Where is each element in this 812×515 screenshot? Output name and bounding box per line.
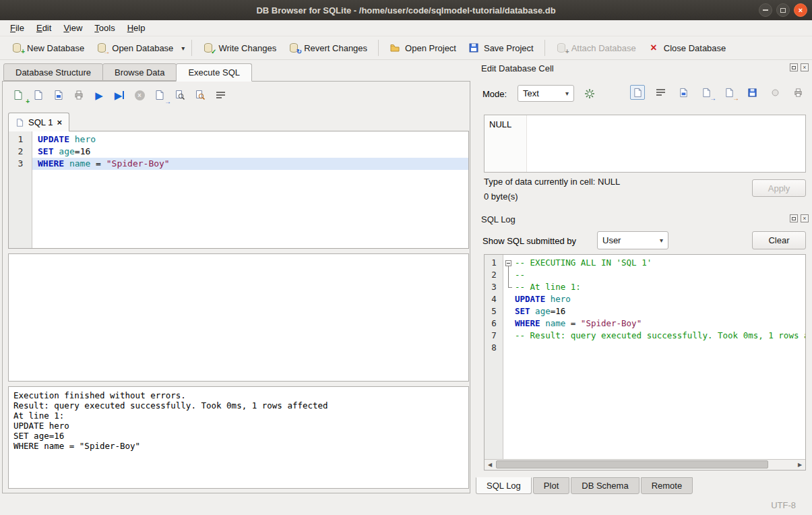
sql-tab-label: SQL 1 [28, 117, 53, 127]
save-sql-file-button[interactable] [50, 87, 67, 103]
close-button[interactable]: × [794, 3, 807, 17]
export-arrow-glyph: → [164, 98, 171, 105]
float-panel-button[interactable] [790, 214, 798, 222]
menu-view[interactable]: View [57, 22, 88, 34]
float-panel-button[interactable] [790, 63, 798, 71]
sql-tab[interactable]: SQL 1 × [8, 113, 69, 131]
dock-tab-sql-log[interactable]: SQL Log [476, 477, 532, 494]
scrollbar-track[interactable] [495, 460, 794, 470]
print-sql-button[interactable] [70, 87, 88, 103]
output-line: SET age=16 [13, 431, 464, 441]
sql-log-view[interactable]: 1-- EXECUTING ALL IN 'SQL 1'2--3-- At li… [485, 255, 805, 459]
code-line: 5SET age=16 [485, 305, 805, 317]
results-grid[interactable] [8, 253, 469, 382]
close-panel-button[interactable]: × [801, 214, 809, 222]
open-arrow-glyph: → [103, 49, 110, 55]
revert-changes-icon: ↻ [288, 42, 299, 53]
output-line: Execution finished without errors. [13, 390, 464, 400]
tab-browse-data[interactable]: Browse Data [102, 63, 177, 81]
open-project-button[interactable]: Open Project [383, 39, 462, 57]
dock-tab-plot[interactable]: Plot [533, 477, 569, 494]
window-title: DB Browser for SQLite - /home/user/code/… [256, 5, 555, 16]
close-icon: × [803, 65, 806, 71]
find-button[interactable] [171, 87, 189, 103]
tab-execute-sql[interactable]: Execute SQL [176, 63, 252, 82]
new-database-button[interactable]: + New Database [5, 39, 90, 57]
fold-marker-icon[interactable] [505, 260, 511, 266]
word-wrap-button[interactable] [212, 87, 229, 103]
clear-log-button[interactable]: Clear [752, 231, 806, 249]
attach-database-icon: + [556, 42, 567, 53]
cell-editor-toolbar: → → [630, 85, 805, 100]
output-line: At line 1: [13, 411, 464, 421]
scrollbar-thumb[interactable] [496, 460, 768, 468]
menu-tools[interactable]: Tools [88, 22, 121, 34]
minimize-button[interactable] [759, 3, 772, 17]
close-panel-button[interactable]: × [801, 63, 809, 71]
write-changes-button[interactable]: ✓ Write Changes [197, 39, 282, 57]
execute-all-button[interactable]: ▶ [90, 87, 108, 103]
word-wrap-icon [216, 92, 225, 98]
export-results-button[interactable]: → [151, 87, 168, 103]
edit-cell-window-controls: × [790, 63, 809, 71]
revert-glyph: ↻ [296, 49, 302, 55]
set-null-button[interactable] [768, 85, 782, 100]
open-sql-file-button[interactable] [30, 87, 47, 103]
open-in-editor-button[interactable] [676, 85, 691, 100]
stop-button[interactable]: × [131, 87, 148, 103]
open-database-dropdown[interactable]: ▾ [179, 40, 187, 56]
code-line: 7-- Result: query executed successfully.… [485, 330, 805, 342]
execute-line-bar [123, 91, 124, 99]
export-to-file-button[interactable]: → [722, 85, 737, 100]
fold-line [508, 266, 509, 287]
code-line: 2-- [485, 269, 805, 281]
menu-file[interactable]: File [4, 22, 30, 34]
execution-output[interactable]: Execution finished without errors.Result… [8, 386, 469, 489]
open-database-button[interactable]: → Open Database [90, 39, 179, 57]
menu-edit[interactable]: Edit [30, 22, 57, 34]
fold-corner [508, 287, 512, 288]
menu-help[interactable]: Help [121, 22, 152, 34]
scroll-left-icon[interactable]: ◀ [485, 460, 495, 470]
import-arrow-glyph: → [710, 95, 716, 102]
sql-tab-close-icon[interactable]: × [57, 117, 62, 127]
dock-tab-db-schema[interactable]: DB Schema [571, 477, 639, 494]
text-mode-button[interactable] [630, 85, 645, 100]
tab-database-structure[interactable]: Database Structure [3, 63, 103, 81]
log-filter-select[interactable]: User ▾ [597, 231, 668, 249]
output-line: WHERE name = "Spider-Boy" [13, 441, 464, 451]
mode-select[interactable]: Text ▾ [518, 85, 574, 102]
save-project-button[interactable]: Save Project [462, 39, 540, 57]
sql-log-window-controls: × [790, 214, 809, 222]
code-line: 1-- EXECUTING ALL IN 'SQL 1' [485, 257, 805, 269]
find-replace-button[interactable] [191, 87, 209, 103]
code-line: 1UPDATE hero [9, 133, 468, 146]
dock-tab-remote[interactable]: Remote [641, 477, 693, 494]
print-cell-button[interactable] [790, 85, 805, 100]
maximize-button[interactable] [776, 3, 790, 17]
dock-tabbar: SQL Log Plot DB Schema Remote [476, 477, 694, 494]
code-line: 4UPDATE hero [485, 293, 805, 305]
apply-button[interactable]: Apply [752, 179, 806, 197]
float-icon [792, 217, 796, 220]
open-sql-new-tab-button[interactable]: + [9, 87, 27, 103]
sql-editor[interactable]: 1UPDATE hero2SET age=163WHERE name = "Sp… [8, 131, 469, 249]
code-line: 2SET age=16 [9, 146, 468, 158]
log-horizontal-scrollbar[interactable]: ◀ ▶ [485, 459, 805, 470]
cell-editor[interactable]: NULL [484, 115, 806, 173]
save-project-icon [468, 42, 479, 53]
import-from-file-button[interactable]: → [699, 85, 714, 100]
execute-line-button[interactable]: ▶ [111, 87, 128, 103]
sql-log-box: 1-- EXECUTING ALL IN 'SQL 1'2--3-- At li… [484, 254, 806, 471]
check-glyph: ✓ [211, 49, 216, 55]
toolbar-separator [378, 40, 379, 56]
attach-database-button[interactable]: + Attach Database [550, 39, 642, 57]
auto-format-button[interactable] [581, 85, 598, 102]
revert-changes-button[interactable]: ↻ Revert Changes [282, 39, 373, 57]
word-wrap-cell-button[interactable] [653, 85, 668, 100]
titlebar: DB Browser for SQLite - /home/user/code/… [0, 0, 812, 20]
save-cell-button[interactable] [745, 85, 759, 100]
edit-cell-title: Edit Database Cell [481, 63, 554, 73]
scroll-right-icon[interactable]: ▶ [794, 460, 805, 470]
close-database-button[interactable]: × Close Database [642, 39, 732, 57]
